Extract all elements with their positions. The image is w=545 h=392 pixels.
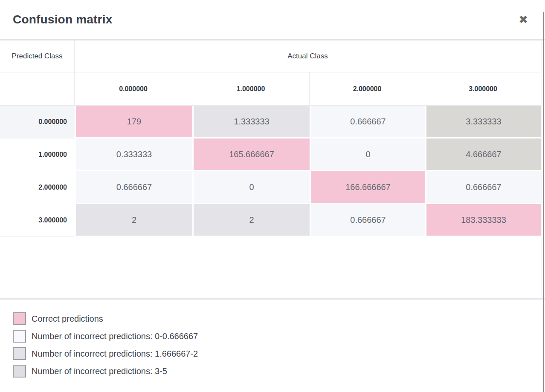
matrix-row: 1.0000000.333333165.66666704.666667: [0, 138, 541, 171]
matrix-cell-mid: 1.333333: [192, 106, 310, 138]
matrix-cell-low: 0.666667: [310, 204, 425, 237]
matrix-row: 2.0000000.6666670166.6666670.666667: [0, 171, 541, 204]
predicted-class-header: Predicted Class: [0, 40, 75, 72]
legend-label: Number of incorrect predictions: 0-0.666…: [32, 331, 198, 341]
legend-item: Number of incorrect predictions: 0-0.666…: [13, 330, 545, 343]
legend-item: Correct predictions: [13, 312, 545, 325]
confusion-matrix-table: Predicted Class Actual Class 0.0000001.0…: [0, 40, 541, 237]
legend-label: Number of incorrect predictions: 1.66666…: [32, 349, 198, 359]
row-header: 3.000000: [0, 204, 75, 237]
dialog-titlebar: Confusion matrix ✖: [0, 0, 545, 40]
matrix-cell-low: 0.333333: [75, 138, 192, 171]
axis-header-row: Predicted Class Actual Class: [0, 40, 541, 72]
matrix-cell-high: 4.666667: [425, 138, 541, 171]
legend-item: Number of incorrect predictions: 3-5: [13, 365, 545, 378]
matrix-cell-correct: 165.666667: [192, 138, 310, 171]
column-header: 2.000000: [310, 72, 425, 106]
matrix-cell-correct: 179: [75, 106, 192, 138]
legend-label: Correct predictions: [32, 314, 103, 324]
legend: Correct predictionsNumber of incorrect p…: [0, 300, 545, 378]
matrix-cell-low: 0: [310, 138, 425, 171]
matrix-cell-correct: 166.666667: [310, 171, 425, 204]
legend-label: Number of incorrect predictions: 3-5: [32, 366, 167, 376]
row-header: 1.000000: [0, 138, 75, 171]
matrix-row: 3.000000220.666667183.333333: [0, 204, 541, 237]
vertical-scrollbar[interactable]: [543, 12, 544, 392]
dialog-title: Confusion matrix: [13, 13, 112, 26]
column-header: 1.000000: [192, 72, 310, 106]
matrix-row: 0.0000001791.3333330.6666673.333333: [0, 106, 541, 138]
column-header: 0.000000: [75, 72, 192, 106]
matrix-cell-mid: 2: [75, 204, 192, 237]
column-header: 3.000000: [425, 72, 541, 106]
matrix-cell-high: 3.333333: [425, 106, 541, 138]
matrix-cell-mid: 2: [192, 204, 310, 237]
matrix-cell-correct: 183.333333: [425, 204, 541, 237]
corner-cell: [0, 72, 75, 106]
close-icon: ✖: [519, 13, 528, 26]
close-button[interactable]: ✖: [517, 12, 530, 27]
actual-class-header: Actual Class: [75, 40, 541, 72]
confusion-matrix-dialog: Confusion matrix ✖ Predicted Class Actua…: [0, 0, 545, 378]
matrix-cell-low: 0: [192, 171, 310, 204]
legend-swatch-correct-icon: [13, 312, 26, 325]
column-header-row: 0.0000001.0000002.0000003.000000: [0, 72, 541, 106]
legend-swatch-mid-icon: [13, 347, 26, 360]
legend-swatch-high-icon: [13, 365, 26, 378]
matrix-cell-low: 0.666667: [75, 171, 192, 204]
matrix-section: Predicted Class Actual Class 0.0000001.0…: [0, 40, 542, 298]
matrix-cell-low: 0.666667: [425, 171, 541, 204]
matrix-cell-low: 0.666667: [310, 106, 425, 138]
row-header: 2.000000: [0, 171, 75, 204]
row-header: 0.000000: [0, 106, 75, 138]
legend-item: Number of incorrect predictions: 1.66666…: [13, 347, 545, 360]
legend-swatch-low-icon: [13, 330, 26, 343]
